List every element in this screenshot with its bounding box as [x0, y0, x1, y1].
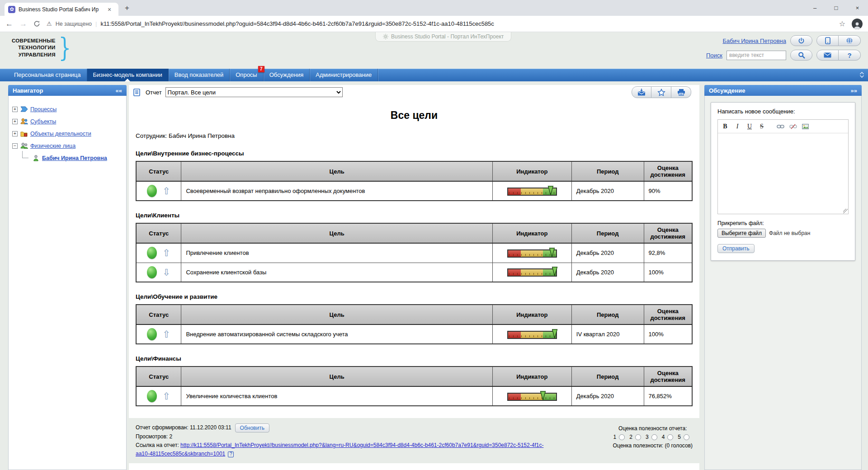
- logo-line: СОВРЕМЕННЫЕ: [12, 38, 56, 45]
- trend-up-icon: ⇧: [162, 248, 170, 258]
- back-icon[interactable]: ←: [5, 19, 13, 28]
- collapse-icon[interactable]: −: [12, 143, 18, 149]
- gauge-marker-icon: [552, 329, 558, 338]
- tab-title: Business Studio Portal Бабич Ир: [19, 6, 104, 13]
- col-period: Период: [571, 305, 644, 324]
- goal-cell: Привлечение клиентов: [181, 243, 492, 263]
- user-profile-link[interactable]: Бабич Ирина Петровна: [722, 38, 786, 44]
- url-text[interactable]: k11:5558/Portal_InTekhProyekt//businessm…: [100, 20, 494, 27]
- mail-export-icon: [637, 89, 646, 96]
- rating-radio-1[interactable]: [619, 434, 625, 440]
- window-maximize-button[interactable]: □: [826, 0, 847, 16]
- rating-radio-4[interactable]: [667, 434, 673, 440]
- bold-button[interactable]: B: [722, 123, 728, 130]
- score-cell: 100%: [644, 324, 692, 344]
- col-status: Статус: [136, 367, 181, 386]
- question-icon: ?: [847, 52, 851, 59]
- section-heading: Цели\Внутренние бизнес-процессы: [136, 150, 693, 157]
- not-secure-label: Не защищено: [56, 21, 92, 27]
- tab-close-icon[interactable]: ×: [108, 6, 111, 13]
- period-cell: IV квартал 2020: [571, 324, 644, 344]
- discussion-header: Обсуждение »»: [704, 85, 862, 96]
- report-select-label: Отчет: [146, 89, 162, 96]
- window-close-button[interactable]: ×: [847, 0, 868, 16]
- strikethrough-button[interactable]: S: [759, 123, 764, 130]
- browser-tab[interactable]: ✿ Business Studio Portal Бабич Ир ×: [5, 3, 118, 16]
- trend-down-icon: ⇩: [162, 268, 170, 277]
- link-help-icon[interactable]: ?: [228, 451, 234, 457]
- col-status: Статус: [136, 161, 181, 181]
- tree-item-subjects: + Субъекты: [12, 115, 123, 127]
- mobile-version-button[interactable]: [816, 35, 839, 46]
- menu-collapse-icon[interactable]: [859, 71, 864, 78]
- window-minimize-button[interactable]: –: [804, 0, 826, 16]
- expand-icon[interactable]: +: [12, 131, 18, 136]
- menu-item-indicators[interactable]: Ввод показателей: [169, 69, 230, 81]
- goals-table: Статус Цель Индикатор Период Оценка дост…: [136, 366, 693, 406]
- address-field[interactable]: ⚠ Не защищено | k11:5558/Portal_InTekhPr…: [47, 20, 833, 27]
- favorite-report-button[interactable]: [651, 86, 671, 98]
- col-score: Оценка достижения: [644, 223, 692, 243]
- logout-button[interactable]: [790, 35, 812, 46]
- folder-objects-icon: [20, 130, 28, 137]
- search-link[interactable]: Поиск: [706, 52, 722, 59]
- image-icon[interactable]: [802, 124, 809, 129]
- rating-radio-3[interactable]: [651, 434, 657, 440]
- new-message-card: Написать новое сообщение: B I U S: [711, 102, 855, 261]
- col-goal: Цель: [181, 305, 492, 324]
- rating-radio-2[interactable]: [635, 434, 641, 440]
- expand-panel-icon[interactable]: »»: [851, 87, 857, 94]
- search-button[interactable]: [790, 50, 812, 61]
- expand-icon[interactable]: +: [12, 119, 18, 124]
- search-input[interactable]: [726, 51, 786, 60]
- choose-file-button[interactable]: Выберите файл: [717, 229, 766, 238]
- rating-radio-5[interactable]: [684, 434, 689, 440]
- menu-item-discussions[interactable]: Обсуждения: [264, 69, 310, 81]
- browser-url-bar: ← → ⚠ Не защищено | k11:5558/Portal_InTe…: [0, 16, 868, 32]
- send-report-button[interactable]: [632, 86, 651, 98]
- persons-icon: [20, 142, 28, 150]
- menu-item-surveys[interactable]: Опросы 7: [230, 69, 263, 81]
- report-link-label: Ссылка на отчет:: [136, 442, 180, 448]
- gauge-marker-icon: [549, 248, 555, 257]
- period-cell: Декабрь 2020: [571, 386, 644, 406]
- collapse-panel-icon[interactable]: ««: [116, 87, 122, 94]
- col-goal: Цель: [181, 223, 492, 243]
- col-status: Статус: [136, 305, 181, 324]
- refresh-icon[interactable]: [33, 20, 40, 27]
- col-goal: Цель: [181, 161, 492, 181]
- process-icon: [20, 106, 28, 113]
- search-icon: [798, 52, 805, 59]
- refresh-report-button[interactable]: Обновить: [235, 423, 269, 432]
- unlink-icon[interactable]: [789, 124, 797, 129]
- resize-grip[interactable]: [843, 209, 848, 213]
- bookmark-star-icon[interactable]: ☆: [839, 19, 845, 28]
- message-textarea[interactable]: [718, 133, 848, 214]
- col-indicator: Индикатор: [492, 161, 571, 181]
- menu-item-business-model[interactable]: Бизнес-модель компании: [87, 69, 169, 81]
- italic-button[interactable]: I: [735, 123, 740, 130]
- period-cell: Декабрь 2020: [571, 243, 644, 263]
- menu-item-personal-page[interactable]: Персональная страница: [8, 69, 87, 81]
- period-cell: Декабрь 2020: [571, 181, 644, 201]
- report-select[interactable]: Портал. Все цели: [165, 87, 343, 97]
- col-indicator: Индикатор: [492, 367, 571, 386]
- help-button[interactable]: ?: [839, 50, 861, 61]
- send-message-button[interactable]: Отправить: [717, 244, 755, 253]
- score-cell: 90%: [644, 181, 692, 201]
- tree-item-individuals: − Физические лица: [12, 140, 123, 152]
- messages-button[interactable]: [816, 50, 839, 61]
- language-button[interactable]: [839, 35, 861, 46]
- expand-icon[interactable]: +: [12, 107, 18, 112]
- not-secure-warning-icon[interactable]: ⚠: [47, 20, 52, 27]
- period-cell: Декабрь 2020: [571, 263, 644, 282]
- gauge-marker-icon: [547, 186, 553, 195]
- underline-button[interactable]: U: [747, 123, 752, 130]
- new-tab-button[interactable]: +: [125, 4, 129, 13]
- menu-item-administration[interactable]: Администрирование: [310, 69, 378, 81]
- editor-toolbar: B I U S: [718, 120, 848, 133]
- link-icon[interactable]: [777, 124, 784, 129]
- report-link[interactable]: http://k11:5558/Portal_InTekhProyekt//bu…: [136, 442, 543, 457]
- browser-avatar[interactable]: [852, 19, 863, 29]
- print-report-button[interactable]: [671, 86, 691, 98]
